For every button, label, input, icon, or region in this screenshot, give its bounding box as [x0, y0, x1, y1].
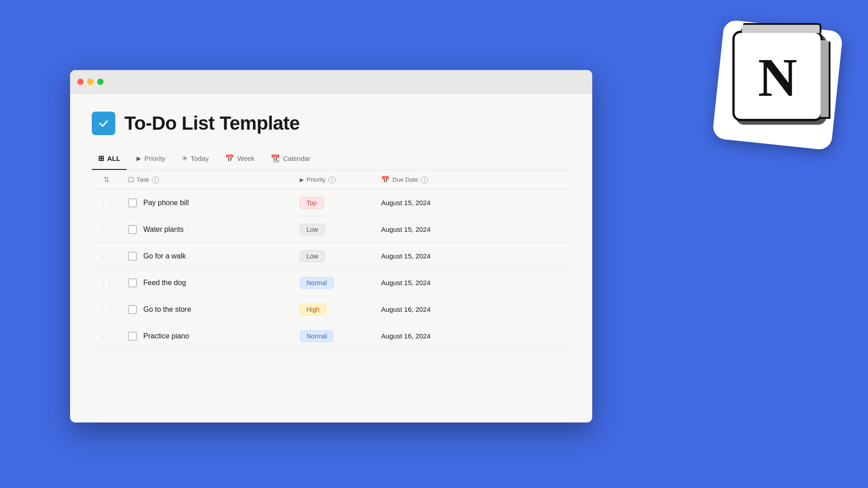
row-sort-handle[interactable]: ⋮⋮ — [92, 296, 121, 323]
priority-cell: Top — [292, 190, 374, 216]
calendar-icon: 📆 — [271, 154, 280, 163]
row-sort-handle[interactable]: ⋮⋮ — [92, 323, 121, 350]
task-cell: Practice piano — [121, 323, 292, 350]
task-cell: Go to the store — [121, 296, 292, 323]
table-row: ⋮⋮ Feed the dog NormalAugust 15, 2024 — [92, 270, 571, 296]
priority-cell: High — [292, 296, 374, 323]
task-checkbox[interactable] — [128, 305, 137, 314]
task-info-icon[interactable]: i — [152, 176, 159, 183]
th-task: ☐ Task i — [121, 170, 292, 190]
priority-info-icon[interactable]: i — [328, 176, 335, 183]
th-duedate: 📅 Due Date i — [374, 170, 571, 190]
task-name: Pay phone bill — [143, 199, 189, 207]
row-sort-handle[interactable]: ⋮⋮ — [92, 270, 121, 296]
row-sort-handle[interactable]: ⋮⋮ — [92, 243, 121, 270]
priority-badge[interactable]: High — [300, 304, 326, 315]
due-date-value: August 15, 2024 — [381, 199, 430, 206]
tab-calendar[interactable]: 📆 Calendar — [264, 150, 317, 170]
tab-priority[interactable]: ▶ Priority — [130, 150, 172, 169]
sun-icon: ✳ — [182, 154, 188, 163]
page-title: To-Do List Template — [124, 113, 300, 134]
priority-header-icon: ▶ — [300, 177, 304, 183]
th-duedate-label: Due Date — [392, 176, 418, 183]
task-name: Water plants — [143, 225, 184, 234]
th-priority-label: Priority — [307, 176, 326, 183]
table-body: ⋮⋮ Pay phone bill TopAugust 15, 2024⋮⋮ W… — [92, 190, 571, 350]
th-task-label: Task — [137, 176, 149, 183]
duedate-cell: August 16, 2024 — [374, 296, 571, 323]
app-window: To-Do List Template ⊞ ALL ▶ Priority ✳ T… — [70, 70, 592, 422]
tab-today-label: Today — [191, 155, 209, 162]
notion-n-letter: N — [758, 51, 797, 105]
sort-icon: ⇅ — [104, 176, 109, 183]
due-date-value: August 15, 2024 — [381, 252, 430, 260]
priority-badge[interactable]: Low — [300, 250, 325, 262]
task-cell: Pay phone bill — [121, 190, 292, 216]
tabs-bar: ⊞ ALL ▶ Priority ✳ Today 📅 Week 📆 Calend… — [92, 150, 571, 170]
task-cell: Go for a walk — [121, 243, 292, 270]
priority-badge[interactable]: Normal — [300, 330, 334, 342]
due-date-value: August 16, 2024 — [381, 305, 430, 313]
table-row: ⋮⋮ Go for a walk LowAugust 15, 2024 — [92, 243, 571, 270]
th-priority: ▶ Priority i — [292, 170, 374, 190]
duedate-cell: August 15, 2024 — [374, 270, 571, 296]
tab-priority-label: Priority — [144, 155, 165, 162]
notion-logo-sticker: N — [712, 22, 843, 162]
task-table: ⇅ ☐ Task i ▶ Priority — [92, 170, 571, 350]
checkbox-icon — [97, 117, 110, 130]
tab-all[interactable]: ⊞ ALL — [92, 150, 127, 170]
duedate-cell: August 16, 2024 — [374, 323, 571, 350]
task-checkbox[interactable] — [128, 278, 137, 287]
task-header-icon: ☐ — [128, 176, 134, 184]
table-row: ⋮⋮ Practice piano NormalAugust 16, 2024 — [92, 323, 571, 350]
due-date-value: August 15, 2024 — [381, 225, 430, 233]
all-icon: ⊞ — [98, 154, 104, 163]
tab-week-label: Week — [237, 155, 255, 162]
titlebar — [70, 70, 592, 94]
priority-cell: Low — [292, 243, 374, 270]
duedate-cell: August 15, 2024 — [374, 190, 571, 216]
priority-badge[interactable]: Low — [300, 224, 325, 235]
flag-icon: ▶ — [137, 155, 141, 162]
page-content: To-Do List Template ⊞ ALL ▶ Priority ✳ T… — [70, 94, 592, 422]
duedate-info-icon[interactable]: i — [421, 176, 428, 183]
th-sort: ⇅ — [92, 170, 121, 190]
calendar-week-icon: 📅 — [225, 154, 234, 163]
table-row: ⋮⋮ Go to the store HighAugust 16, 2024 — [92, 296, 571, 323]
due-date-value: August 16, 2024 — [381, 332, 430, 340]
task-name: Go for a walk — [143, 252, 186, 260]
close-button[interactable] — [77, 79, 84, 85]
task-name: Practice piano — [143, 332, 189, 340]
maximize-button[interactable] — [97, 79, 104, 85]
task-name: Go to the store — [143, 305, 191, 314]
duedate-cell: August 15, 2024 — [374, 216, 571, 243]
task-name: Feed the dog — [143, 279, 186, 287]
duedate-cell: August 15, 2024 — [374, 243, 571, 270]
row-sort-handle[interactable]: ⋮⋮ — [92, 190, 121, 216]
tab-week[interactable]: 📅 Week — [219, 150, 261, 170]
tab-today[interactable]: ✳ Today — [175, 150, 215, 170]
minimize-button[interactable] — [87, 79, 94, 85]
priority-cell: Low — [292, 216, 374, 243]
due-date-value: August 15, 2024 — [381, 279, 430, 286]
task-checkbox[interactable] — [128, 225, 137, 234]
tab-all-label: ALL — [107, 155, 120, 162]
task-checkbox[interactable] — [128, 252, 137, 261]
page-header: To-Do List Template — [92, 112, 571, 135]
priority-cell: Normal — [292, 270, 374, 296]
task-checkbox[interactable] — [128, 198, 137, 207]
priority-cell: Normal — [292, 323, 374, 350]
table-row: ⋮⋮ Water plants LowAugust 15, 2024 — [92, 216, 571, 243]
task-cell: Water plants — [121, 216, 292, 243]
row-sort-handle[interactable]: ⋮⋮ — [92, 216, 121, 243]
table-header: ⇅ ☐ Task i ▶ Priority — [92, 170, 571, 190]
duedate-header-icon: 📅 — [381, 176, 390, 184]
page-icon — [92, 112, 115, 135]
task-cell: Feed the dog — [121, 270, 292, 296]
tab-calendar-label: Calendar — [283, 155, 311, 162]
table-row: ⋮⋮ Pay phone bill TopAugust 15, 2024 — [92, 190, 571, 216]
priority-badge[interactable]: Top — [300, 197, 324, 209]
task-checkbox[interactable] — [128, 332, 137, 341]
priority-badge[interactable]: Normal — [300, 277, 334, 289]
task-table-container: ⇅ ☐ Task i ▶ Priority — [92, 170, 571, 422]
